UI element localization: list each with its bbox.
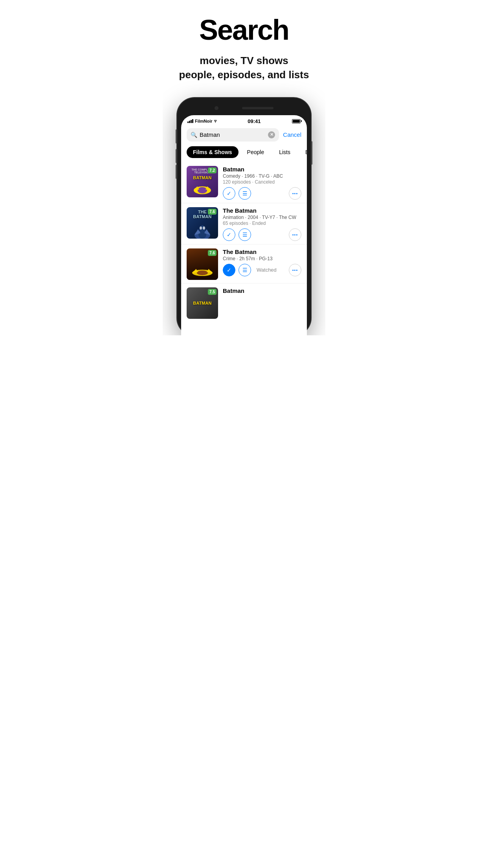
- speaker-bar: [242, 107, 273, 109]
- cancel-button[interactable]: Cancel: [283, 131, 301, 138]
- result-item: THE COMPLETE TELEVISION BATMAN: [181, 162, 307, 203]
- poster-batman-1966[interactable]: THE COMPLETE TELEVISION BATMAN: [187, 166, 218, 197]
- carrier-label: FilmNoir: [195, 119, 213, 123]
- check-button-2[interactable]: ✓: [223, 228, 235, 241]
- page-title: Search: [171, 16, 317, 44]
- rating-badge-3: 7.6: [208, 250, 216, 256]
- list-button-3[interactable]: ☰: [238, 264, 251, 276]
- result-item-3: 7.6 The Batman Crime · 2h 57m · PG-13 ✓ …: [181, 245, 307, 283]
- status-time: 09:41: [248, 118, 261, 124]
- tab-episodes[interactable]: Episodes: [299, 146, 307, 158]
- tab-films-shows[interactable]: Films & Shows: [187, 146, 238, 158]
- poster-the-batman-2004[interactable]: THEBATMAN: [187, 207, 218, 239]
- filter-tabs: Films & Shows People Lists Episodes: [181, 145, 307, 162]
- result-actions-3: ✓ ☰ Watched •••: [223, 264, 301, 276]
- more-icon-3: •••: [292, 268, 298, 272]
- status-bar: FilmNoir ▿ 09:41: [181, 115, 307, 126]
- result-title-1: Batman: [223, 166, 301, 173]
- list-button-1[interactable]: ☰: [238, 187, 251, 200]
- result-status-2: 65 episodes · Ended: [223, 221, 301, 226]
- svg-point-12: [197, 270, 208, 275]
- search-icon: 🔍: [191, 132, 197, 138]
- page-header: Search movies, TV shows people, episodes…: [163, 0, 325, 86]
- list-button-2[interactable]: ☰: [238, 228, 251, 241]
- result-item-4: BATMAN 7.5 Batman: [181, 283, 307, 322]
- battery-icon: [292, 119, 301, 123]
- subtitle-line1: movies, TV shows: [200, 55, 288, 66]
- phone-frame: FilmNoir ▿ 09:41 🔍 Batman ✕: [177, 98, 311, 335]
- svg-point-9: [200, 226, 202, 230]
- check-button-1[interactable]: ✓: [223, 187, 235, 200]
- list-icon-2: ☰: [242, 232, 248, 238]
- status-right: [292, 119, 301, 123]
- result-meta-2: Animation · 2004 · TV-Y7 · The CW: [223, 215, 301, 220]
- subtitle-line2: people, episodes, and lists: [179, 69, 309, 81]
- svg-point-10: [203, 226, 205, 230]
- status-left: FilmNoir ▿: [187, 118, 216, 124]
- watched-label-3: Watched: [257, 267, 277, 273]
- more-icon-1: •••: [292, 191, 298, 196]
- result-meta-3: Crime · 2h 57m · PG-13: [223, 256, 301, 261]
- page-subtitle: movies, TV shows people, episodes, and l…: [171, 53, 317, 82]
- rating-badge-1: 7.2: [208, 167, 216, 173]
- more-button-1[interactable]: •••: [289, 187, 301, 200]
- clear-icon: ✕: [270, 132, 273, 137]
- wifi-icon: ▿: [214, 118, 216, 124]
- poster-batman-4[interactable]: BATMAN 7.5: [187, 287, 218, 319]
- result-status-1: 120 episodes · Canceled: [223, 179, 301, 185]
- more-button-3[interactable]: •••: [289, 264, 301, 276]
- search-input-value[interactable]: Batman: [200, 131, 266, 138]
- result-info-4: Batman: [223, 287, 301, 295]
- phone-screen: FilmNoir ▿ 09:41 🔍 Batman ✕: [181, 115, 307, 335]
- check-button-3[interactable]: ✓: [223, 264, 235, 276]
- phone-wrapper: FilmNoir ▿ 09:41 🔍 Batman ✕: [163, 98, 325, 335]
- result-info-2: The Batman Animation · 2004 · TV-Y7 · Th…: [223, 207, 301, 241]
- battery-fill: [293, 120, 300, 123]
- result-title-4: Batman: [223, 287, 301, 294]
- poster-the-batman-2022[interactable]: 7.6: [187, 248, 218, 280]
- tab-lists[interactable]: Lists: [273, 146, 297, 158]
- tab-people[interactable]: People: [241, 146, 271, 158]
- check-icon-1: ✓: [227, 190, 231, 197]
- search-input-wrap[interactable]: 🔍 Batman ✕: [187, 128, 279, 142]
- result-actions-2: ✓ ☰ •••: [223, 228, 301, 241]
- search-bar-row: 🔍 Batman ✕ Cancel: [181, 126, 307, 145]
- more-button-2[interactable]: •••: [289, 228, 301, 241]
- clear-search-button[interactable]: ✕: [268, 131, 275, 138]
- more-icon-2: •••: [292, 232, 298, 237]
- result-info-3: The Batman Crime · 2h 57m · PG-13 ✓ ☰ Wa…: [223, 248, 301, 276]
- phone-notch: [181, 103, 307, 114]
- result-title-3: The Batman: [223, 248, 301, 255]
- camera-dot: [215, 106, 218, 110]
- rating-badge-4: 7.5: [208, 289, 216, 295]
- list-icon-3: ☰: [242, 267, 248, 273]
- results-list: THE COMPLETE TELEVISION BATMAN: [181, 162, 307, 322]
- result-item-2: THEBATMAN: [181, 203, 307, 245]
- list-icon-1: ☰: [242, 190, 248, 197]
- result-meta-1: Comedy · 1966 · TV-G · ABC: [223, 173, 301, 179]
- signal-icon: [187, 119, 193, 123]
- rating-badge-2: 7.6: [208, 209, 216, 215]
- check-icon-2: ✓: [227, 232, 231, 238]
- result-actions-1: ✓ ☰ •••: [223, 187, 301, 200]
- result-info-1: Batman Comedy · 1966 · TV-G · ABC 120 ep…: [223, 166, 301, 200]
- check-icon-3: ✓: [227, 267, 231, 273]
- svg-point-1: [198, 187, 207, 193]
- result-title-2: The Batman: [223, 207, 301, 214]
